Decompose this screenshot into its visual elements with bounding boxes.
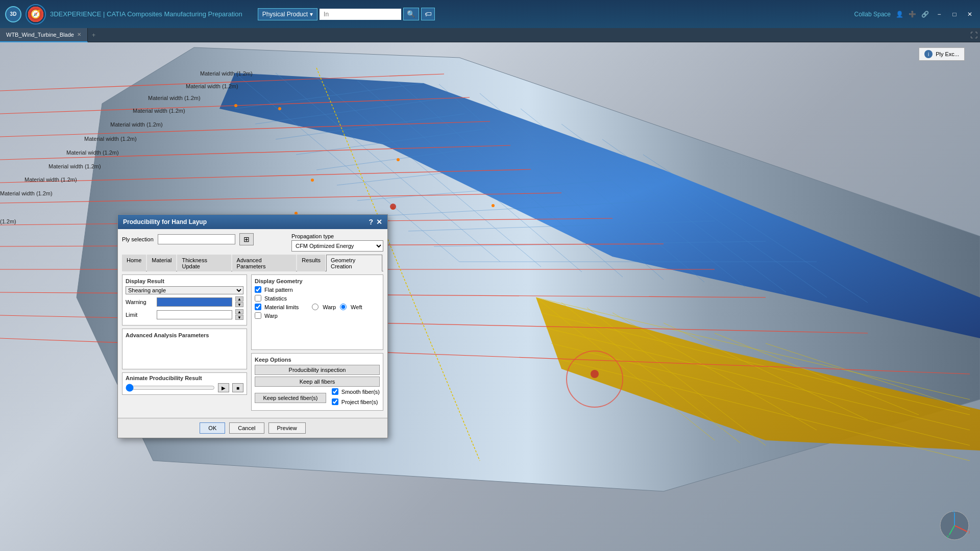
tab-results[interactable]: Results: [297, 255, 325, 271]
dropdown-arrow-icon: ▾: [310, 11, 313, 18]
flat-pattern-checkbox[interactable]: [255, 286, 261, 293]
animate-title: Animate Producibility Result: [126, 375, 243, 381]
project-fibers-row: Project fiber(s): [332, 398, 380, 405]
svg-point-49: [397, 158, 400, 161]
project-fibers-checkbox[interactable]: [332, 398, 338, 405]
dialog-close-button[interactable]: ✕: [376, 218, 382, 226]
collab-space-label[interactable]: Collab Space: [854, 11, 891, 18]
smooth-fibers-checkbox[interactable]: [332, 388, 338, 395]
product-dropdown[interactable]: Physical Product ▾: [258, 8, 317, 20]
warning-up-button[interactable]: ▲: [235, 296, 243, 302]
smooth-fibers-label: Smooth fiber(s): [341, 389, 380, 395]
propagation-type-select[interactable]: CFM Optimized Energy: [291, 240, 383, 252]
flat-pattern-label: Flat pattern: [264, 287, 293, 293]
left-panel: Display Result Shearing angle Warning 45…: [122, 274, 247, 414]
dialog-titlebar: Producibility for Hand Layup ? ✕: [118, 215, 387, 229]
logo-area: 3D 🧭 3DEXPERIENCE | CATIA Composites Man…: [0, 4, 248, 24]
warp-radio[interactable]: [312, 304, 318, 310]
ok-button[interactable]: OK: [200, 422, 225, 434]
add-icon[interactable]: ➕: [909, 11, 916, 18]
svg-point-52: [492, 204, 495, 207]
svg-point-48: [311, 179, 314, 182]
limit-label: Limit: [126, 312, 154, 318]
warp-checkbox[interactable]: [255, 312, 261, 319]
keep-options-title: Keep Options: [255, 357, 380, 363]
statistics-checkbox[interactable]: [255, 295, 261, 302]
display-geometry-section: Display Geometry Flat pattern Statistics…: [251, 274, 383, 350]
tab-wtb[interactable]: WTB_Wind_Turbine_Blade ✕: [0, 28, 88, 42]
tab-material[interactable]: Material: [147, 255, 176, 271]
tabbar: WTB_Wind_Turbine_Blade ✕ + ⛶: [0, 28, 980, 42]
mat-label-10: Material width (1.2m): [0, 190, 53, 196]
warning-row: Warning 45deg ▲ ▼: [126, 296, 243, 307]
defect-dot-2: [591, 370, 599, 378]
weft-radio[interactable]: [340, 304, 347, 310]
keep-selected-fibers-button[interactable]: Keep selected fiber(s): [255, 393, 326, 403]
tab-add-button[interactable]: +: [88, 32, 100, 39]
play-button[interactable]: ▶: [218, 383, 229, 392]
svg-point-46: [234, 104, 237, 107]
advanced-params-section: Advanced Analysis Parameters: [122, 329, 247, 369]
warning-down-button[interactable]: ▼: [235, 302, 243, 307]
mat-label-8: Material width (1.2m): [48, 163, 101, 169]
limit-input[interactable]: 10deg: [157, 310, 232, 319]
tab-close-icon[interactable]: ✕: [77, 32, 81, 37]
material-limits-row: Material limits Warp Weft: [255, 304, 380, 310]
propagation-section: Propagation type CFM Optimized Energy: [291, 233, 383, 252]
dialog-help-button[interactable]: ?: [369, 218, 373, 226]
limit-down-button[interactable]: ▼: [235, 315, 243, 320]
tags-button[interactable]: 🏷: [421, 8, 435, 20]
mat-label-9: Material width (1.2m): [24, 177, 77, 183]
minimize-button[interactable]: −: [934, 9, 944, 19]
keep-options-section: Keep Options Producibility inspection Ke…: [251, 353, 383, 411]
tab-thickness-update[interactable]: Thickness Update: [177, 255, 231, 271]
display-result-title: Display Result: [126, 278, 243, 284]
dialog-title: Producibility for Hand Layup: [123, 218, 369, 226]
compass-icon[interactable]: 🧭: [26, 4, 46, 24]
material-limits-checkbox[interactable]: [255, 304, 261, 310]
svg-point-47: [278, 107, 281, 110]
keep-selected-row: Keep selected fiber(s) Smooth fiber(s) P…: [255, 388, 380, 407]
share-icon[interactable]: 🔗: [921, 11, 929, 18]
animate-section: Animate Producibility Result ▶ ■: [122, 372, 247, 395]
fullscreen-button[interactable]: ⛶: [970, 31, 977, 39]
animate-slider[interactable]: [126, 384, 215, 391]
mat-label-6: Material width (1.2m): [84, 136, 137, 142]
display-geometry-spacer: [255, 321, 380, 346]
stop-button[interactable]: ■: [232, 383, 243, 392]
preview-button[interactable]: Preview: [268, 422, 306, 434]
tab-home[interactable]: Home: [122, 255, 146, 271]
statistics-label: Statistics: [264, 295, 287, 302]
search-input[interactable]: [320, 9, 401, 20]
weft-radio-label: Weft: [351, 304, 362, 310]
keep-checkboxes: Smooth fiber(s) Project fiber(s): [332, 388, 380, 407]
limit-up-button[interactable]: ▲: [235, 309, 243, 314]
warning-input[interactable]: 45deg: [157, 297, 232, 307]
producibility-inspection-button[interactable]: Producibility inspection: [255, 365, 380, 375]
limit-row: Limit 10deg ▲ ▼: [126, 309, 243, 320]
close-button[interactable]: ✕: [965, 9, 975, 19]
svg-text:Z: Z: [952, 510, 955, 513]
3dx-logo: 3D: [5, 6, 21, 22]
smooth-fibers-row: Smooth fiber(s): [332, 388, 380, 395]
titlebar: 3D 🧭 3DEXPERIENCE | CATIA Composites Man…: [0, 0, 980, 28]
dialog-content: Display Result Shearing angle Warning 45…: [122, 274, 383, 414]
search-button[interactable]: 🔍: [403, 8, 419, 20]
advanced-params-title: Advanced Analysis Parameters: [126, 332, 243, 338]
keep-all-fibers-button[interactable]: Keep all fibers: [255, 377, 380, 387]
tab-advanced-parameters[interactable]: Advanced Parameters: [232, 255, 297, 271]
user-icon[interactable]: 👤: [896, 11, 903, 18]
display-result-select[interactable]: Shearing angle: [126, 286, 243, 294]
tab-geometry-creation[interactable]: Geometry Creation: [326, 255, 382, 271]
dialog-tab-strip: Home Material Thickness Update Advanced …: [122, 255, 383, 271]
maximize-button[interactable]: □: [949, 9, 960, 19]
xyz-indicator: X Y Z: [939, 510, 970, 541]
ply-indicator: i Ply Exc...: [919, 47, 965, 61]
cancel-button[interactable]: Cancel: [229, 422, 264, 434]
svg-text:Y: Y: [946, 534, 949, 539]
ply-selection-input[interactable]: PLY.13: [158, 234, 235, 244]
mat-label-1: Material width (1.2m): [200, 70, 253, 77]
mat-label-11: (1.2m): [0, 218, 16, 224]
ply-picker-button[interactable]: ⊞: [239, 233, 254, 245]
dialog-body: Ply selection PLY.13 ⊞ Propagation type …: [118, 229, 387, 418]
